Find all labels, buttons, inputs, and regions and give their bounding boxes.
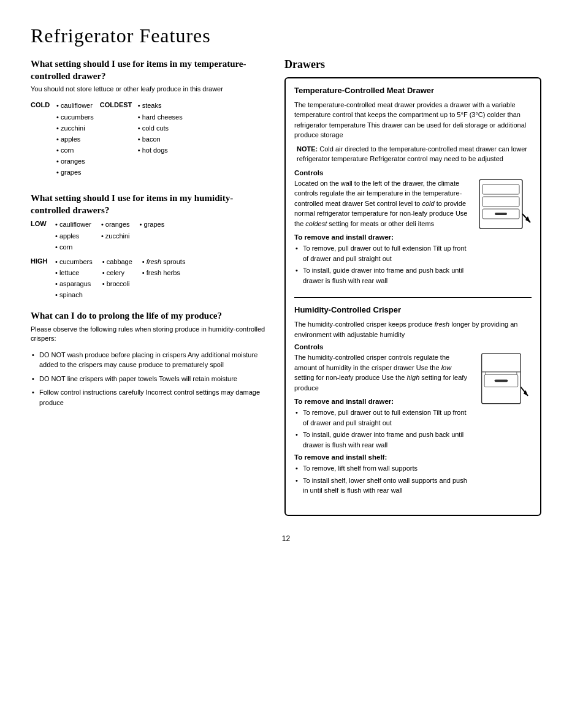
- list-item: To remove, pull drawer out to full exten…: [294, 408, 471, 428]
- low-row: LOW cauliflower apples corn oranges zucc…: [31, 219, 270, 252]
- meat-drawer-note: NOTE: Cold air directed to the temperatu…: [294, 144, 532, 164]
- coldest-col: COLDEST steaks hard cheeses cold cuts ba…: [100, 100, 183, 178]
- svg-rect-1: [482, 184, 519, 194]
- page-title: Refrigerator Features: [31, 25, 541, 47]
- list-item: broccoli: [102, 278, 132, 289]
- meat-drawer-section: Temperature-Controlled Meat Drawer The t…: [294, 86, 532, 287]
- list-item: Follow control instructions carefully In…: [31, 387, 270, 408]
- list-item: bacon: [138, 134, 183, 145]
- cold-items-list: cauliflower cucumbers zucchini apples co…: [56, 100, 94, 178]
- note-label: NOTE:: [297, 145, 318, 153]
- list-item: cucumbers: [55, 256, 93, 267]
- drawers-heading: Drawers: [284, 58, 541, 71]
- meat-controls-text: Located on the wall to the left of the d…: [294, 178, 471, 229]
- crisper-install-label: To remove and install drawer:: [294, 398, 471, 405]
- list-item: To remove, pull drawer out to full exten…: [294, 243, 471, 264]
- high-col2-list: cabbage celery broccoli: [102, 256, 132, 289]
- page-number: 12: [31, 534, 541, 543]
- cold-coldest-section: COLD cauliflower cucumbers zucchini appl…: [31, 100, 270, 178]
- svg-rect-7: [482, 354, 521, 404]
- list-item: cauliflower: [56, 100, 94, 111]
- list-item: corn: [55, 241, 91, 252]
- meat-install-list: To remove, pull drawer out to full exten…: [294, 243, 471, 286]
- meat-drawer-illustration: [476, 178, 532, 241]
- q1-heading: What setting should I use for items in m…: [31, 58, 270, 82]
- fridge-drawer-svg: [476, 178, 532, 240]
- crisper-drawer-content: The humidity-controlled crisper controls…: [294, 352, 532, 498]
- list-item: steaks: [138, 100, 183, 111]
- list-item: grapes: [140, 219, 165, 230]
- list-item: lettuce: [55, 267, 93, 278]
- crisper-drawer-svg: [476, 352, 532, 414]
- list-item: zucchini: [56, 123, 94, 134]
- meat-install-label: To remove and install drawer:: [294, 233, 471, 241]
- low-col2-list: oranges zucchini: [101, 219, 130, 241]
- crisper-controls-label: Controls: [294, 343, 532, 351]
- meat-drawer-body: The temperature-controlled meat drawer p…: [294, 100, 532, 140]
- list-item: apples: [56, 134, 94, 145]
- low-label: LOW: [31, 219, 51, 227]
- high-label: HIGH: [31, 256, 51, 265]
- svg-rect-0: [479, 180, 522, 229]
- list-item: oranges: [56, 156, 94, 167]
- list-item: oranges: [101, 219, 130, 230]
- note-text: Cold air directed to the temperature-con…: [297, 145, 527, 163]
- svg-rect-6: [495, 213, 507, 215]
- list-item: cucumbers: [56, 112, 94, 123]
- list-item: zucchini: [101, 230, 130, 241]
- crisper-drawer-section: Humidity-Controlled Crisper The humidity…: [294, 305, 532, 497]
- crisper-shelf-label: To remove and install shelf:: [294, 453, 471, 461]
- meat-drawer-text: Located on the wall to the left of the d…: [294, 178, 471, 288]
- high-col1-list: cucumbers lettuce asparagus spinach: [55, 256, 93, 301]
- list-item: To remove, lift shelf from wall supports: [294, 463, 471, 474]
- coldest-label: COLDEST: [100, 100, 135, 108]
- low-col1-list: cauliflower apples corn: [55, 219, 91, 252]
- crisper-shelf-list: To remove, lift shelf from wall supports…: [294, 463, 471, 496]
- list-item: hard cheeses: [138, 112, 183, 123]
- list-item: To install, guide drawer into frame and …: [294, 430, 471, 450]
- list-item: To install shelf, lower shelf onto wall …: [294, 476, 471, 496]
- list-item: grapes: [56, 167, 94, 178]
- crisper-drawer-illustration: [476, 352, 532, 415]
- list-item: DO NOT wash produce before placing in cr…: [31, 350, 270, 370]
- section-divider: [294, 297, 532, 298]
- crisper-drawer-title: Humidity-Controlled Crisper: [294, 305, 532, 316]
- list-item: cold cuts: [138, 123, 183, 134]
- q2-heading: What setting should I use for items in m…: [31, 192, 270, 216]
- list-item: DO NOT line crispers with paper towels T…: [31, 374, 270, 384]
- crisper-drawer-text: The humidity-controlled crisper controls…: [294, 352, 471, 498]
- meat-controls-label: Controls: [294, 169, 532, 176]
- q2-section: What setting should I use for items in m…: [31, 192, 270, 300]
- q3-section: What can I do to prolong the life of my …: [31, 310, 270, 408]
- left-column: What setting should I use for items in m…: [31, 58, 270, 411]
- right-column: Drawers Temperature-Controlled Meat Draw…: [284, 58, 541, 516]
- high-row: HIGH cucumbers lettuce asparagus spinach…: [31, 256, 270, 301]
- list-item: hot dogs: [138, 145, 183, 156]
- list-item: To install, guide drawer into frame and …: [294, 265, 471, 286]
- svg-rect-2: [482, 197, 519, 207]
- crisper-install-list: To remove, pull drawer out to full exten…: [294, 408, 471, 450]
- list-item: corn: [56, 145, 94, 156]
- list-item: asparagus: [55, 278, 93, 289]
- q3-desc: Please observe the following rules when …: [31, 325, 270, 344]
- meat-drawer-title: Temperature-Controlled Meat Drawer: [294, 86, 532, 96]
- low-col3-list: grapes: [140, 219, 165, 230]
- list-item: cauliflower: [55, 219, 91, 230]
- list-item: cabbage: [102, 256, 132, 267]
- produce-bullets-list: DO NOT wash produce before placing in cr…: [31, 350, 270, 408]
- cold-col: COLD cauliflower cucumbers zucchini appl…: [31, 100, 94, 178]
- q3-heading: What can I do to prolong the life of my …: [31, 310, 270, 322]
- q1-section: What setting should I use for items in m…: [31, 58, 270, 178]
- svg-rect-10: [495, 380, 508, 382]
- list-item: fresh herbs: [142, 267, 186, 278]
- coldest-items-list: steaks hard cheeses cold cuts bacon hot …: [138, 100, 183, 156]
- list-item: fresh sprouts: [142, 256, 186, 267]
- high-col3-list: fresh sprouts fresh herbs: [142, 256, 186, 278]
- list-item: celery: [102, 267, 132, 278]
- list-item: apples: [55, 230, 91, 241]
- drawer-box: Temperature-Controlled Meat Drawer The t…: [284, 77, 541, 516]
- crisper-drawer-body: The humidity-controlled crisper keeps pr…: [294, 319, 532, 339]
- crisper-controls-text: The humidity-controlled crisper controls…: [294, 352, 471, 393]
- meat-drawer-content: Located on the wall to the left of the d…: [294, 178, 532, 288]
- q1-desc: You should not store lettuce or other le…: [31, 85, 270, 94]
